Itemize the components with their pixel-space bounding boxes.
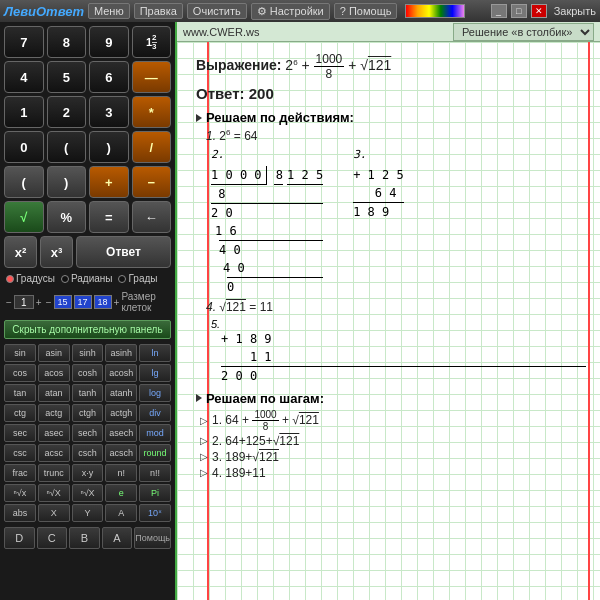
calc-divide[interactable]: /	[132, 131, 172, 163]
notebook[interactable]: Выражение: 26 + 1000 8 + √121 Ответ: 200	[177, 42, 600, 600]
func-div[interactable]: div	[139, 404, 171, 422]
func-X[interactable]: X	[38, 504, 70, 522]
step-text-3: 3. 189+√121	[212, 450, 279, 464]
size-badge-18: 18	[94, 295, 112, 309]
func-xy[interactable]: x·y	[72, 464, 104, 482]
minimize-button[interactable]: _	[491, 4, 507, 18]
func-10x[interactable]: 10ˣ	[139, 504, 171, 522]
func-asinh[interactable]: asinh	[105, 344, 137, 362]
func-A[interactable]: A	[105, 504, 137, 522]
func-sec[interactable]: sec	[4, 424, 36, 442]
func-ctg[interactable]: ctg	[4, 404, 36, 422]
size-minus-2[interactable]: −	[46, 297, 52, 308]
letter-D[interactable]: D	[4, 527, 35, 549]
func-tan[interactable]: tan	[4, 384, 36, 402]
solution-select[interactable]: Решение «в столбик»	[453, 23, 594, 41]
calc-rparen[interactable]: )	[89, 131, 129, 163]
calc-row-2: 4 5 6 —	[4, 61, 171, 93]
func-round[interactable]: round	[139, 444, 171, 462]
calc-sqrt[interactable]: √	[4, 201, 44, 233]
size-plus-2[interactable]: +	[114, 297, 120, 308]
radio-grads[interactable]: Грады	[118, 273, 157, 284]
func-asec[interactable]: asec	[38, 424, 70, 442]
func-csc[interactable]: csc	[4, 444, 36, 462]
func-pi[interactable]: Pi	[139, 484, 171, 502]
func-cosh[interactable]: cosh	[72, 364, 104, 382]
func-actg[interactable]: actg	[38, 404, 70, 422]
menu-help[interactable]: ? Помощь	[334, 3, 398, 19]
menu-settings[interactable]: ⚙ Настройки	[251, 3, 330, 20]
func-frac[interactable]: frac	[4, 464, 36, 482]
calc-3[interactable]: 3	[89, 96, 129, 128]
calc-lp2[interactable]: (	[4, 166, 44, 198]
calc-dash[interactable]: —	[132, 61, 172, 93]
func-mod[interactable]: mod	[139, 424, 171, 442]
func-sinh[interactable]: sinh	[72, 344, 104, 362]
calc-plus[interactable]: +	[89, 166, 129, 198]
calc-5[interactable]: 5	[47, 61, 87, 93]
radio-radians[interactable]: Радианы	[61, 273, 113, 284]
func-acos[interactable]: acos	[38, 364, 70, 382]
func-tanh[interactable]: tanh	[72, 384, 104, 402]
calc-mixed[interactable]: 123	[132, 26, 172, 58]
help-button[interactable]: Помощь	[134, 527, 171, 549]
func-asin[interactable]: asin	[38, 344, 70, 362]
calc-7[interactable]: 7	[4, 26, 44, 58]
calc-4[interactable]: 4	[4, 61, 44, 93]
func-nfact2[interactable]: n!!	[139, 464, 171, 482]
func-ctgh[interactable]: ctgh	[72, 404, 104, 422]
func-sech[interactable]: sech	[72, 424, 104, 442]
func-nfact[interactable]: n!	[105, 464, 137, 482]
calc-1[interactable]: 1	[4, 96, 44, 128]
func-cos[interactable]: cos	[4, 364, 36, 382]
func-nrootX2[interactable]: ⁿ√X	[72, 484, 104, 502]
radio-degrees[interactable]: Градусы	[6, 273, 55, 284]
calc-6[interactable]: 6	[89, 61, 129, 93]
calc-multiply[interactable]: *	[132, 96, 172, 128]
calc-0[interactable]: 0	[4, 131, 44, 163]
size-input-1[interactable]	[14, 295, 34, 309]
letter-B[interactable]: B	[69, 527, 100, 549]
calc-percent[interactable]: %	[47, 201, 87, 233]
func-e[interactable]: e	[105, 484, 137, 502]
calc-2[interactable]: 2	[47, 96, 87, 128]
func-log[interactable]: log	[139, 384, 171, 402]
func-acsch[interactable]: acsch	[105, 444, 137, 462]
menu-edit[interactable]: Правка	[134, 3, 183, 19]
calc-rp2[interactable]: )	[47, 166, 87, 198]
hide-panel-button[interactable]: Скрыть дополнительную панель	[4, 320, 171, 339]
calc-answer[interactable]: Ответ	[76, 236, 171, 268]
calc-sq[interactable]: x²	[4, 236, 37, 268]
letter-C[interactable]: C	[37, 527, 68, 549]
calc-9[interactable]: 9	[89, 26, 129, 58]
calc-minus[interactable]: −	[132, 166, 172, 198]
func-lg[interactable]: lg	[139, 364, 171, 382]
calc-equals[interactable]: =	[89, 201, 129, 233]
size-minus[interactable]: −	[6, 297, 12, 308]
func-acsc[interactable]: acsc	[38, 444, 70, 462]
calc-cube[interactable]: x³	[40, 236, 73, 268]
func-abs[interactable]: abs	[4, 504, 36, 522]
menu-menu[interactable]: Меню	[88, 3, 130, 19]
func-atan[interactable]: atan	[38, 384, 70, 402]
func-trunc[interactable]: trunc	[38, 464, 70, 482]
calc-backspace[interactable]: ←	[132, 201, 172, 233]
menu-clear[interactable]: Очистить	[187, 3, 247, 19]
step4-line: 4. √121 = 11	[206, 300, 586, 314]
letter-A[interactable]: A	[102, 527, 133, 549]
func-atanh[interactable]: atanh	[105, 384, 137, 402]
calc-lparen[interactable]: (	[47, 131, 87, 163]
calc-8[interactable]: 8	[47, 26, 87, 58]
close-button[interactable]: ✕	[531, 4, 547, 18]
func-nrootx[interactable]: ⁿ√x	[4, 484, 36, 502]
func-csch[interactable]: csch	[72, 444, 104, 462]
maximize-button[interactable]: □	[511, 4, 527, 18]
func-ln[interactable]: ln	[139, 344, 171, 362]
func-acosh[interactable]: acosh	[105, 364, 137, 382]
func-nrootX[interactable]: ⁿ√X	[38, 484, 70, 502]
size-plus[interactable]: +	[36, 297, 42, 308]
func-Y[interactable]: Y	[72, 504, 104, 522]
func-asech[interactable]: asech	[105, 424, 137, 442]
func-actgh[interactable]: actgh	[105, 404, 137, 422]
func-sin[interactable]: sin	[4, 344, 36, 362]
